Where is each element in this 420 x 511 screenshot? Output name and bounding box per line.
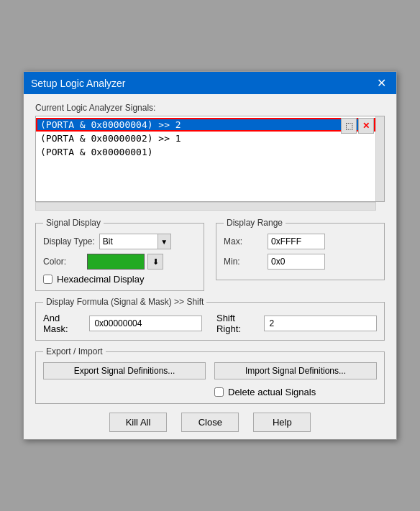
import-button[interactable]: Import Signal Definitions...: [214, 362, 377, 379]
close-button[interactable]: Close: [181, 413, 239, 432]
help-button[interactable]: Help: [253, 413, 311, 432]
delete-signals-row: Delete actual Signals: [214, 387, 377, 397]
color-download-icon[interactable]: ⬇: [147, 254, 163, 270]
formula-row: And Mask: Shift Right:: [43, 313, 377, 334]
color-picker-group: ⬇: [87, 254, 163, 270]
min-row: Min:: [224, 254, 377, 270]
horizontal-scrollbar[interactable]: [35, 202, 376, 211]
display-type-label: Display Type:: [43, 236, 95, 247]
color-row: Color: ⬇: [43, 254, 196, 270]
bottom-buttons: Kill All Close Help: [35, 410, 385, 432]
signal-list-container: ⬚ ✕ (PORTA & 0x00000004) >> 2 (PORTA & 0…: [35, 116, 385, 202]
setup-logic-analyzer-dialog: Setup Logic Analyzer ✕ Current Logic Ana…: [23, 71, 397, 440]
signal-item[interactable]: (PORTA & 0x00000004) >> 2: [36, 118, 375, 132]
delete-signals-checkbox[interactable]: [214, 387, 224, 397]
import-col: Import Signal Definitions... Delete actu…: [214, 362, 377, 397]
max-row: Max:: [224, 234, 377, 249]
and-mask-label: And Mask:: [43, 313, 85, 334]
signal-display-fieldset: Signal Display Display Type: Bit ▼ Color…: [35, 218, 204, 291]
signal-item[interactable]: (PORTA & 0x00000002) >> 1: [36, 132, 375, 145]
color-box[interactable]: [87, 254, 145, 270]
signal-display-section: Signal Display Display Type: Bit ▼ Color…: [35, 218, 385, 297]
export-import-row: Export Signal Definitions... Import Sign…: [43, 362, 377, 397]
delete-signals-label: Delete actual Signals: [228, 387, 316, 397]
delete-signal-icon[interactable]: ✕: [358, 118, 374, 134]
export-import-legend: Export / Import: [43, 346, 106, 356]
signal-item[interactable]: (PORTA & 0x00000001): [36, 145, 375, 159]
hex-display-row: Hexadecimal Display: [43, 274, 196, 285]
display-type-row: Display Type: Bit ▼: [43, 234, 196, 249]
shift-right-input[interactable]: [264, 316, 377, 331]
display-type-value: Bit: [100, 236, 158, 247]
kill-all-button[interactable]: Kill All: [109, 413, 168, 432]
export-button[interactable]: Export Signal Definitions...: [43, 362, 206, 379]
export-import-fieldset: Export / Import Export Signal Definition…: [35, 346, 385, 404]
export-col: Export Signal Definitions...: [43, 362, 206, 384]
display-range-legend: Display Range: [224, 218, 286, 228]
max-label: Max:: [224, 236, 263, 247]
dropdown-arrow-icon[interactable]: ▼: [158, 234, 170, 249]
formula-fieldset: Display Formula (Signal & Mask) >> Shift…: [35, 297, 385, 341]
display-type-dropdown[interactable]: Bit ▼: [99, 234, 171, 249]
signals-scroll-area[interactable]: (PORTA & 0x00000004) >> 2 (PORTA & 0x000…: [36, 116, 375, 201]
min-input[interactable]: [268, 254, 325, 270]
and-mask-input[interactable]: [89, 316, 202, 331]
and-mask-group: And Mask:: [43, 313, 202, 334]
select-icon[interactable]: ⬚: [341, 118, 357, 134]
dialog-title: Setup Logic Analyzer: [31, 78, 126, 89]
display-range-fieldset: Display Range Max: Min:: [216, 218, 385, 280]
title-bar: Setup Logic Analyzer ✕: [24, 72, 396, 94]
signal-display-legend: Signal Display: [43, 218, 104, 228]
min-label: Min:: [224, 257, 263, 267]
close-icon[interactable]: ✕: [374, 76, 389, 90]
shift-right-label: Shift Right:: [216, 313, 260, 334]
signals-section-label: Current Logic Analyzer Signals:: [35, 103, 385, 113]
color-label: Color:: [43, 257, 83, 267]
hexadecimal-label: Hexadecimal Display: [57, 274, 144, 285]
max-input[interactable]: [268, 234, 325, 249]
hexadecimal-checkbox[interactable]: [43, 275, 52, 284]
shift-right-group: Shift Right:: [216, 313, 377, 334]
signal-toolbar: ⬚ ✕: [341, 118, 374, 134]
formula-legend: Display Formula (Signal & Mask) >> Shift: [43, 297, 206, 307]
scrollbar[interactable]: [375, 116, 384, 201]
